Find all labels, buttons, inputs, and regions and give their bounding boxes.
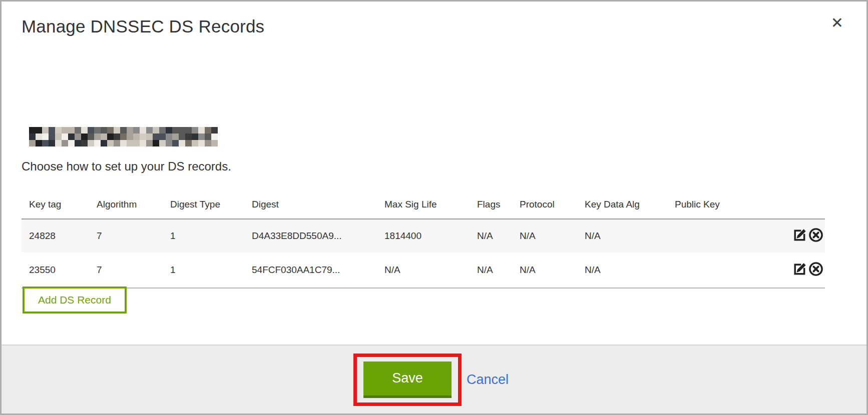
dialog-footer: Save Cancel: [2, 344, 866, 414]
cell-protocol: N/A: [520, 219, 585, 252]
ds-record-row: 23550 7 1 54FCF030AA1C79... N/A N/A N/A …: [22, 252, 825, 288]
annotation-highlight-red-box: Save: [353, 354, 462, 406]
cell-digest: D4A33E8DD550A9...: [252, 219, 384, 252]
col-header-key-tag: Key tag: [22, 182, 97, 219]
cell-key-tag: 23550: [22, 252, 97, 288]
save-button[interactable]: Save: [363, 362, 452, 398]
edit-icon[interactable]: [792, 227, 807, 242]
cell-digest: 54FCF030AA1C79...: [252, 252, 384, 288]
cell-key-data-alg: N/A: [585, 219, 675, 252]
col-header-max-sig-life: Max Sig Life: [384, 182, 477, 219]
ds-record-row: 24828 7 1 D4A33E8DD550A9... 1814400 N/A …: [22, 219, 825, 252]
col-header-flags: Flags: [477, 182, 520, 219]
cell-actions: [782, 252, 825, 288]
cell-flags: N/A: [477, 219, 520, 252]
col-header-digest-type: Digest Type: [170, 182, 252, 219]
col-header-algorithm: Algorithm: [97, 182, 170, 219]
cell-algorithm: 7: [97, 252, 170, 288]
cell-digest-type: 1: [170, 252, 252, 288]
edit-icon[interactable]: [792, 261, 807, 276]
dialog-title: Manage DNSSEC DS Records: [22, 16, 264, 36]
cell-public-key: [675, 252, 782, 288]
cell-key-data-alg: N/A: [585, 252, 675, 288]
cell-digest-type: 1: [170, 219, 252, 252]
col-header-public-key: Public Key: [675, 182, 782, 219]
delete-circle-icon[interactable]: [808, 261, 823, 276]
col-header-actions: [782, 182, 825, 219]
cell-public-key: [675, 219, 782, 252]
cancel-link[interactable]: Cancel: [467, 372, 509, 388]
table-header-row: Key tag Algorithm Digest Type Digest Max…: [22, 182, 825, 219]
cell-max-sig-life: N/A: [384, 252, 477, 288]
manage-dnssec-dialog: Manage DNSSEC DS Records ✕ Choose how to…: [0, 0, 868, 415]
cell-key-tag: 24828: [22, 219, 97, 252]
ds-records-table: Key tag Algorithm Digest Type Digest Max…: [22, 182, 825, 288]
add-ds-record-button[interactable]: Add DS Record: [23, 286, 127, 314]
cell-max-sig-life: 1814400: [384, 219, 477, 252]
cell-protocol: N/A: [520, 252, 585, 288]
col-header-digest: Digest: [252, 182, 384, 219]
redacted-domain-name: [29, 127, 218, 146]
cell-flags: N/A: [477, 252, 520, 288]
cell-actions: [782, 219, 825, 252]
dialog-subtitle: Choose how to set up your DS records.: [22, 160, 231, 174]
col-header-key-data-alg: Key Data Alg: [585, 182, 675, 219]
close-icon[interactable]: ✕: [829, 14, 845, 32]
cell-algorithm: 7: [97, 219, 170, 252]
col-header-protocol: Protocol: [520, 182, 585, 219]
delete-circle-icon[interactable]: [808, 227, 823, 242]
